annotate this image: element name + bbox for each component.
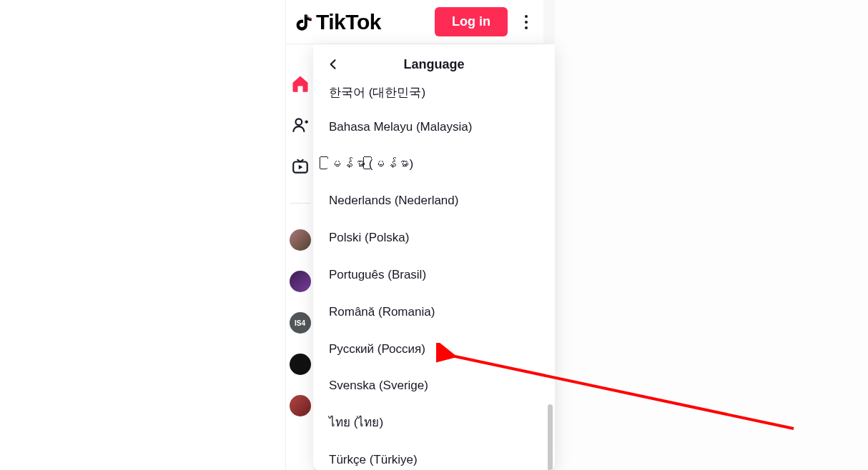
back-button[interactable] — [325, 56, 342, 73]
left-blank-area — [0, 0, 286, 470]
language-option[interactable]: Português (Brasil) — [313, 256, 555, 294]
language-option[interactable]: 한국어 (대한민국) — [313, 84, 555, 109]
avatar[interactable] — [290, 229, 311, 251]
left-nav-rail: IS4 — [286, 44, 315, 470]
avatar[interactable] — [290, 395, 311, 416]
app-header: TikTok Log in — [286, 0, 543, 44]
home-icon[interactable] — [290, 73, 311, 94]
language-option[interactable]: Română (Romania) — [313, 294, 555, 331]
scrollbar-thumb[interactable] — [548, 404, 553, 470]
live-icon[interactable] — [290, 156, 311, 177]
nav-divider — [290, 203, 310, 204]
dropdown-header: Language — [313, 44, 555, 84]
language-list[interactable]: 한국어 (대한민국) Bahasa Melayu (Malaysia) မြန်… — [313, 84, 555, 470]
language-option[interactable]: Polski (Polska) — [313, 219, 555, 256]
language-option[interactable]: ไทย (ไทย) — [313, 404, 555, 441]
avatar[interactable]: IS4 — [290, 312, 311, 334]
login-button[interactable]: Log in — [435, 7, 508, 36]
avatar[interactable] — [290, 354, 311, 375]
tiktok-note-icon — [293, 11, 313, 34]
brand-text: TikTok — [316, 10, 381, 34]
avatar[interactable] — [290, 271, 311, 292]
language-option[interactable]: Bahasa Melayu (Malaysia) — [313, 109, 555, 146]
dropdown-title: Language — [325, 57, 543, 72]
chevron-left-icon — [326, 57, 340, 71]
language-option[interactable]: Русский (Россия) — [313, 331, 555, 368]
more-options-button[interactable] — [516, 9, 536, 35]
language-option[interactable]: Nederlands (Nederland) — [313, 182, 555, 219]
language-option[interactable]: မြန်မာ (မြန်မာ) — [313, 146, 555, 183]
language-option[interactable]: Türkçe (Türkiye) — [313, 441, 555, 470]
tiktok-logo[interactable]: TikTok — [293, 10, 426, 34]
following-icon[interactable] — [290, 114, 311, 136]
right-blank-area — [555, 0, 868, 470]
language-option[interactable]: Svenska (Sverige) — [313, 367, 555, 404]
svg-point-0 — [295, 119, 302, 125]
language-dropdown: Language 한국어 (대한민국) Bahasa Melayu (Malay… — [313, 44, 555, 470]
